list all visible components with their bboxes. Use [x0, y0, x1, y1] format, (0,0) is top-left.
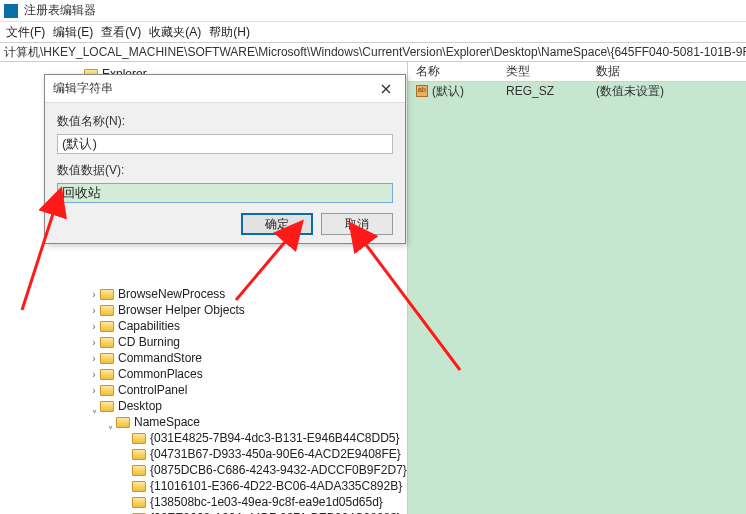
menu-bar: 文件(F) 编辑(E) 查看(V) 收藏夹(A) 帮助(H): [0, 22, 746, 42]
folder-icon: [116, 417, 130, 428]
folder-icon: [100, 337, 114, 348]
folder-icon: [132, 433, 146, 444]
chevron-right-icon[interactable]: ›: [88, 337, 100, 348]
tree-node[interactable]: ›CommandStore: [0, 350, 407, 366]
tree-node[interactable]: ›Capabilities: [0, 318, 407, 334]
tree-node[interactable]: ›CommonPlaces: [0, 366, 407, 382]
tree-node[interactable]: ›CD Burning: [0, 334, 407, 350]
tree-node[interactable]: ›BrowseNewProcess: [0, 286, 407, 302]
tree-node[interactable]: {031E4825-7B94-4dc3-B131-E946B44C8DD5}: [0, 430, 407, 446]
tree-label: ControlPanel: [118, 383, 187, 397]
ok-button[interactable]: 确定: [241, 213, 313, 235]
window-title: 注册表编辑器: [24, 2, 96, 19]
col-data[interactable]: 数据: [588, 63, 746, 80]
window-titlebar: 注册表编辑器: [0, 0, 746, 22]
chevron-right-icon[interactable]: ›: [88, 385, 100, 396]
col-type[interactable]: 类型: [498, 63, 588, 80]
tree-label: {11016101-E366-4D22-BC06-4ADA335C892B}: [150, 479, 402, 493]
list-pane[interactable]: 名称 类型 数据 (默认) REG_SZ (数值未设置): [408, 62, 746, 514]
tree-label: {0875DCB6-C686-4243-9432-ADCCF0B9F2D7}: [150, 463, 407, 477]
folder-icon: [100, 369, 114, 380]
tree-label: CommandStore: [118, 351, 202, 365]
chevron-down-icon[interactable]: ˬ: [104, 417, 116, 428]
menu-edit[interactable]: 编辑(E): [51, 24, 95, 41]
folder-icon: [100, 353, 114, 364]
menu-help[interactable]: 帮助(H): [207, 24, 252, 41]
value-data-label: 数值数据(V):: [57, 162, 393, 179]
value-name-label: 数值名称(N):: [57, 113, 393, 130]
tree-node[interactable]: ˬNameSpace: [0, 414, 407, 430]
edit-string-dialog: 编辑字符串 数值名称(N): 数值数据(V): 确定 取消: [44, 74, 406, 244]
tree-node[interactable]: {138508bc-1e03-49ea-9c8f-ea9e1d05d65d}: [0, 494, 407, 510]
tree-node[interactable]: {04731B67-D933-450a-90E6-4ACD2E9408FE}: [0, 446, 407, 462]
folder-icon: [100, 385, 114, 396]
tree-label: NameSpace: [134, 415, 200, 429]
row-name: (默认): [432, 83, 464, 100]
folder-icon: [132, 465, 146, 476]
row-data: (数值未设置): [588, 83, 746, 100]
folder-icon: [132, 497, 146, 508]
tree-label: Capabilities: [118, 319, 180, 333]
menu-view[interactable]: 查看(V): [99, 24, 143, 41]
tree-label: Browser Helper Objects: [118, 303, 245, 317]
list-row[interactable]: (默认) REG_SZ (数值未设置): [408, 82, 746, 100]
cancel-button[interactable]: 取消: [321, 213, 393, 235]
address-text: 计算机\HKEY_LOCAL_MACHINE\SOFTWARE\Microsof…: [4, 44, 746, 61]
chevron-right-icon[interactable]: ›: [88, 353, 100, 364]
tree-label: {031E4825-7B94-4dc3-B131-E946B44C8DD5}: [150, 431, 400, 445]
tree-node[interactable]: ˬDesktop: [0, 398, 407, 414]
menu-file[interactable]: 文件(F): [4, 24, 47, 41]
chevron-right-icon[interactable]: ›: [88, 305, 100, 316]
string-icon: [416, 85, 428, 97]
folder-icon: [132, 481, 146, 492]
tree-label: {04731B67-D933-450a-90E6-4ACD2E9408FE}: [150, 447, 401, 461]
tree-label: BrowseNewProcess: [118, 287, 225, 301]
folder-icon: [100, 321, 114, 332]
address-bar[interactable]: 计算机\HKEY_LOCAL_MACHINE\SOFTWARE\Microsof…: [0, 42, 746, 62]
tree-node[interactable]: {11016101-E366-4D22-BC06-4ADA335C892B}: [0, 478, 407, 494]
folder-icon: [100, 289, 114, 300]
folder-icon: [100, 305, 114, 316]
dialog-title: 编辑字符串: [53, 80, 113, 97]
tree-node[interactable]: ›ControlPanel: [0, 382, 407, 398]
chevron-right-icon[interactable]: ›: [88, 289, 100, 300]
col-name[interactable]: 名称: [408, 63, 498, 80]
tree-node[interactable]: {0875DCB6-C686-4243-9432-ADCCF0B9F2D7}: [0, 462, 407, 478]
folder-icon: [100, 401, 114, 412]
value-data-input[interactable]: [57, 183, 393, 203]
row-type: REG_SZ: [498, 84, 588, 98]
tree-node[interactable]: ›Browser Helper Objects: [0, 302, 407, 318]
chevron-right-icon[interactable]: ›: [88, 369, 100, 380]
folder-icon: [132, 449, 146, 460]
chevron-right-icon[interactable]: ›: [88, 321, 100, 332]
tree-label: {138508bc-1e03-49ea-9c8f-ea9e1d05d65d}: [150, 495, 383, 509]
chevron-down-icon[interactable]: ˬ: [88, 401, 100, 412]
dialog-titlebar[interactable]: 编辑字符串: [45, 75, 405, 103]
tree-label: CommonPlaces: [118, 367, 203, 381]
app-icon: [4, 4, 18, 18]
tree-label: CD Burning: [118, 335, 180, 349]
menu-favorites[interactable]: 收藏夹(A): [147, 24, 203, 41]
close-icon[interactable]: [369, 79, 403, 99]
tree-node[interactable]: {26EE0668-A00A-44D7-9371-BEB064C98683}: [0, 510, 407, 514]
list-header: 名称 类型 数据: [408, 62, 746, 82]
value-name-input: [57, 134, 393, 154]
tree-label: Desktop: [118, 399, 162, 413]
